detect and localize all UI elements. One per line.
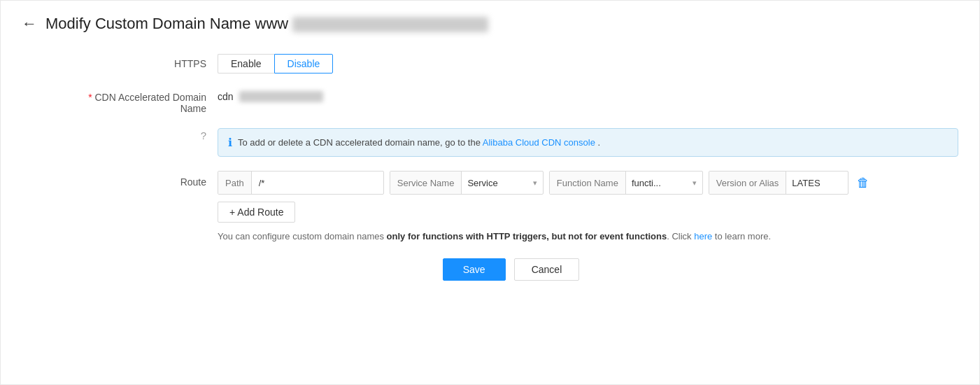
service-name-dropdown[interactable]: Service Name Service ▾ xyxy=(390,171,544,195)
help-icon-container: ? xyxy=(64,128,218,141)
add-route-button[interactable]: + Add Route xyxy=(218,202,295,223)
function-name-dropdown[interactable]: Function Name functi... ▾ xyxy=(549,171,703,195)
form-section: HTTPS Enable Disable CDN Accelerated Dom… xyxy=(64,54,958,281)
info-box: ℹ To add or delete a CDN accelerated dom… xyxy=(218,128,958,157)
cancel-button[interactable]: Cancel xyxy=(514,258,580,281)
cdn-row: CDN Accelerated Domain Name cdn xyxy=(64,88,958,114)
info-text: To add or delete a CDN accelerated domai… xyxy=(238,137,600,148)
function-name-label: Function Name xyxy=(550,172,626,194)
delete-route-button[interactable]: 🗑 xyxy=(854,173,872,193)
route-label: Route xyxy=(64,171,218,188)
learn-more-link[interactable]: here xyxy=(694,231,712,241)
cdn-domain-value: cdn xyxy=(218,88,958,102)
https-buttons-container: Enable Disable xyxy=(218,54,958,74)
cdn-domain-blurred xyxy=(239,91,323,102)
https-toggle-group: Enable Disable xyxy=(218,54,958,74)
cdn-domain-prefix: cdn xyxy=(218,91,234,102)
version-value: LATES xyxy=(786,178,847,188)
question-icon: ? xyxy=(201,130,206,141)
version-label: Version or Alias xyxy=(709,172,787,194)
https-label: HTTPS xyxy=(64,54,218,69)
service-name-value: Service xyxy=(462,178,527,188)
info-icon: ℹ xyxy=(228,136,232,149)
page-title: Modify Custom Domain Name www xyxy=(45,15,488,33)
page-container: ← Modify Custom Domain Name www HTTPS En… xyxy=(0,0,980,385)
route-content: Path Service Name Service ▾ Function Nam… xyxy=(218,171,958,223)
service-name-chevron: ▾ xyxy=(527,178,543,188)
https-enable-button[interactable]: Enable xyxy=(218,54,274,74)
https-row: HTTPS Enable Disable xyxy=(64,54,958,74)
https-disable-button[interactable]: Disable xyxy=(274,54,334,74)
back-button[interactable]: ← xyxy=(22,15,37,33)
function-name-value: functi... xyxy=(626,178,687,188)
path-field: Path xyxy=(218,171,384,195)
path-input[interactable] xyxy=(252,178,383,188)
function-name-chevron: ▾ xyxy=(687,178,702,188)
cdn-value-container: cdn xyxy=(218,88,958,102)
cdn-console-link[interactable]: Alibaba Cloud CDN console xyxy=(483,137,595,148)
info-row: ? ℹ To add or delete a CDN accelerated d… xyxy=(64,128,958,157)
route-row: Route Path Service Name Service ▾ xyxy=(64,171,958,223)
title-blurred xyxy=(292,17,488,32)
cdn-label: CDN Accelerated Domain Name xyxy=(64,88,218,114)
route-inputs: Path Service Name Service ▾ Function Nam… xyxy=(218,171,958,195)
note-row: You can configure custom domain names on… xyxy=(218,231,958,241)
actions-row: Save Cancel xyxy=(64,258,958,281)
page-header: ← Modify Custom Domain Name www xyxy=(22,15,958,33)
path-label: Path xyxy=(218,172,252,194)
service-name-label: Service Name xyxy=(390,172,462,194)
version-field: Version or Alias LATES xyxy=(709,171,848,195)
save-button[interactable]: Save xyxy=(443,258,506,281)
